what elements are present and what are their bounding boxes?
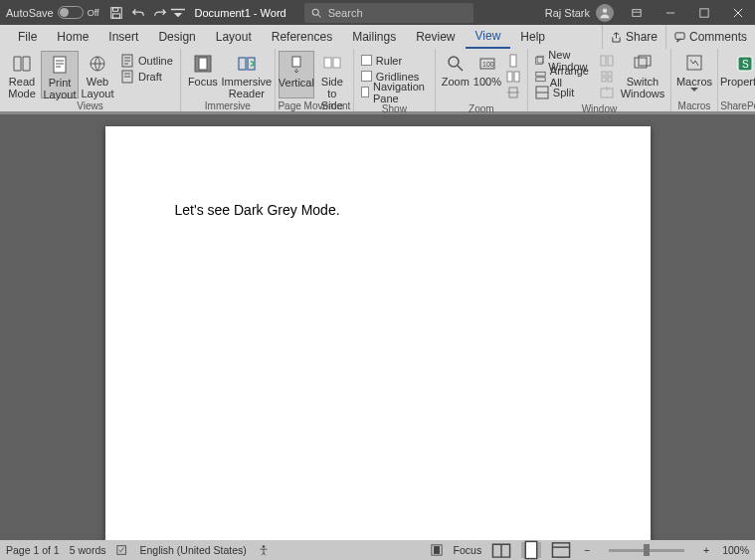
tab-view[interactable]: View (466, 25, 511, 49)
multi-page-button[interactable] (506, 69, 520, 84)
side-by-side-icon (600, 54, 614, 68)
draft-icon (120, 70, 134, 84)
document-page[interactable]: Let's see Dark Grey Mode. (105, 126, 651, 540)
group-label-zoom: Zoom (436, 103, 527, 114)
zoom-icon (446, 54, 466, 74)
arrange-all-button[interactable]: Arrange All (535, 69, 592, 84)
svg-point-5 (603, 8, 608, 13)
arrange-all-icon (535, 70, 546, 84)
share-icon (611, 32, 622, 43)
svg-rect-22 (507, 72, 512, 82)
ribbon-tabs: File Home Insert Design Layout Reference… (0, 25, 755, 49)
web-layout-view-icon[interactable] (551, 542, 571, 558)
checkbox-icon (361, 71, 372, 82)
undo-icon[interactable] (127, 2, 149, 24)
reset-window-button[interactable] (600, 85, 614, 99)
group-label-macros: Macros (671, 100, 717, 111)
share-button[interactable]: Share (602, 25, 665, 49)
autosave-toggle[interactable]: AutoSave Off (0, 6, 105, 19)
tab-review[interactable]: Review (406, 25, 465, 49)
tab-insert[interactable]: Insert (98, 25, 148, 49)
vertical-button[interactable]: Vertical (279, 51, 314, 98)
one-page-button[interactable] (506, 53, 520, 68)
zoom-level[interactable]: 100% (722, 544, 749, 556)
sync-scroll-icon (600, 70, 614, 84)
macros-button[interactable]: Macros (674, 51, 714, 98)
svg-rect-43 (434, 547, 439, 554)
side-to-side-button[interactable]: Side to Side (314, 51, 350, 98)
ruler-checkbox[interactable]: Ruler (361, 53, 428, 68)
minimize-button[interactable] (654, 0, 687, 25)
maximize-button[interactable] (687, 0, 721, 25)
comment-icon (674, 32, 685, 43)
svg-rect-23 (514, 72, 519, 82)
tab-file[interactable]: File (8, 25, 47, 49)
page-width-button[interactable] (506, 85, 520, 99)
web-layout-button[interactable]: Web Layout (79, 51, 116, 98)
tab-design[interactable]: Design (148, 25, 205, 49)
zoom-100-button[interactable]: 100 100% (472, 51, 502, 98)
tab-layout[interactable]: Layout (206, 25, 262, 49)
status-focus-icon[interactable] (430, 543, 444, 557)
page-indicator[interactable]: Page 1 of 1 (6, 544, 60, 556)
draft-button[interactable]: Draft (120, 69, 173, 84)
comments-button[interactable]: Comments (665, 25, 755, 49)
one-page-icon (506, 54, 520, 68)
properties-button[interactable]: S Properties (721, 51, 755, 98)
document-title: Document1 - Word (185, 7, 296, 19)
autosave-state: Off (88, 8, 99, 18)
zoom-slider[interactable] (609, 549, 684, 552)
outline-button[interactable]: Outline (120, 53, 173, 68)
zoom-in-button[interactable]: + (700, 544, 712, 556)
language-indicator[interactable]: English (United States) (139, 544, 246, 556)
ribbon-display-icon[interactable] (620, 0, 654, 25)
vertical-icon (286, 55, 306, 75)
tab-mailings[interactable]: Mailings (342, 25, 406, 49)
tab-references[interactable]: References (262, 25, 342, 49)
switch-windows-button[interactable]: Switch Windows (618, 51, 667, 98)
title-bar: AutoSave Off Document1 - Word Search Raj… (0, 0, 755, 25)
save-icon[interactable] (105, 2, 127, 24)
document-body-text: Let's see Dark Grey Mode. (175, 202, 340, 218)
svg-rect-3 (171, 8, 185, 9)
search-box[interactable]: Search (304, 3, 473, 23)
group-immersive: Focus Immersive Reader Immersive (181, 49, 276, 111)
checkbox-icon (361, 87, 369, 97)
svg-rect-14 (199, 58, 207, 70)
macros-icon (684, 54, 704, 74)
accessibility-icon[interactable] (257, 543, 271, 557)
sync-scrolling-button[interactable] (600, 69, 614, 84)
status-focus-label[interactable]: Focus (454, 544, 482, 556)
word-count[interactable]: 5 words (70, 544, 106, 556)
qat-overflow-icon[interactable] (171, 2, 185, 24)
print-layout-button[interactable]: Print Layout (41, 51, 79, 98)
print-layout-icon (50, 55, 70, 75)
user-account[interactable]: Raj Stark (539, 4, 620, 22)
svg-rect-7 (700, 8, 708, 16)
svg-rect-6 (633, 9, 641, 16)
zoom-button[interactable]: Zoom (439, 51, 472, 98)
avatar-icon (596, 4, 614, 22)
navigation-pane-checkbox[interactable]: Navigation Pane (361, 85, 428, 99)
split-button[interactable]: Split (535, 85, 592, 99)
side-to-side-icon (322, 54, 342, 74)
print-layout-view-icon[interactable] (521, 542, 541, 558)
zoom-out-button[interactable]: − (581, 544, 593, 556)
page-width-icon (506, 86, 520, 99)
read-mode-view-icon[interactable] (491, 542, 511, 558)
spellcheck-icon[interactable] (115, 543, 129, 557)
tab-home[interactable]: Home (47, 25, 98, 49)
split-icon (535, 86, 549, 99)
view-side-by-side-button[interactable] (600, 53, 614, 68)
immersive-reader-button[interactable]: Immersive Reader (222, 51, 272, 98)
focus-button[interactable]: Focus (184, 51, 222, 98)
search-placeholder: Search (328, 7, 363, 19)
redo-icon[interactable] (149, 2, 171, 24)
group-label-window: Window (528, 103, 670, 114)
close-button[interactable] (721, 0, 755, 25)
read-mode-button[interactable]: Read Mode (3, 51, 41, 98)
tab-help[interactable]: Help (510, 25, 555, 49)
svg-text:100: 100 (482, 61, 494, 68)
document-workspace[interactable]: Let's see Dark Grey Mode. (0, 114, 755, 540)
properties-icon: S (735, 54, 755, 74)
